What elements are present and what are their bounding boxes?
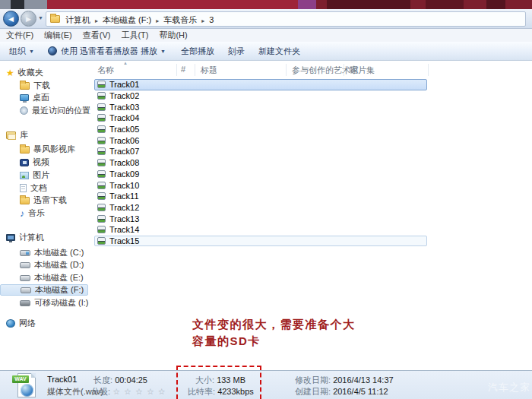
- sidebar-item-drive-c[interactable]: 本地磁盘 (C:): [20, 247, 84, 258]
- breadcrumb-items: 计算机▸本地磁盘 (F:)▸车载音乐▸3: [64, 12, 215, 26]
- sidebar-item-thunder-downloads[interactable]: 迅雷下载: [20, 195, 67, 206]
- file-row[interactable]: Track11: [94, 191, 427, 202]
- column-artists[interactable]: 参与创作的艺术家: [292, 65, 359, 76]
- column-separator[interactable]: [176, 64, 177, 76]
- desktop-icon: [20, 94, 29, 101]
- media-player-icon: [48, 46, 57, 55]
- sidebar-item-drive-i-removable[interactable]: 可移动磁盘 (I:): [20, 297, 89, 309]
- new-folder-label: 新建文件夹: [258, 46, 300, 57]
- menu-help[interactable]: 帮助(H): [159, 30, 187, 41]
- column-separator[interactable]: [344, 64, 344, 76]
- file-row[interactable]: Track10: [94, 179, 427, 191]
- file-name: Track10: [109, 181, 139, 190]
- burn-button[interactable]: 刻录: [228, 46, 245, 57]
- star-icon: ★: [6, 68, 14, 78]
- file-row[interactable]: Track08: [94, 157, 427, 169]
- column-separator[interactable]: [286, 64, 287, 76]
- file-row[interactable]: Track07: [94, 146, 427, 157]
- file-row[interactable]: Track05: [94, 124, 427, 135]
- file-row[interactable]: Track04: [94, 112, 427, 124]
- banner-segment: [327, 0, 410, 9]
- file-row[interactable]: Track09: [94, 169, 427, 180]
- sidebar-item-downloads[interactable]: 下载: [20, 80, 50, 91]
- column-name[interactable]: 名称: [97, 65, 114, 76]
- file-row[interactable]: Track02: [94, 90, 427, 102]
- forward-button[interactable]: ▶: [21, 11, 36, 27]
- file-row[interactable]: Track15: [94, 236, 427, 247]
- file-name: Track04: [109, 113, 139, 122]
- modified-label: 修改日期:: [295, 375, 331, 385]
- documents-icon: [20, 184, 27, 192]
- play-with-player-button[interactable]: 使用 迅雷看看播放器 播放 ▼: [48, 46, 166, 57]
- sidebar-label: 本地磁盘 (D:): [34, 259, 84, 271]
- sidebar-section-favorites[interactable]: ★ 收藏夹: [6, 67, 43, 78]
- sidebar-label: 收藏夹: [18, 67, 43, 78]
- breadcrumb-separator-icon: ▸: [201, 17, 204, 24]
- menu-edit[interactable]: 编辑(E): [44, 30, 72, 41]
- sidebar-item-drive-f[interactable]: 本地磁盘 (F:): [0, 284, 88, 296]
- sidebar-item-desktop[interactable]: 桌面: [20, 92, 49, 103]
- sidebar-section-network[interactable]: 网络: [6, 318, 36, 329]
- breadcrumb[interactable]: 计算机▸本地磁盘 (F:)▸车载音乐▸3: [46, 11, 526, 27]
- file-name: Track14: [109, 225, 139, 234]
- file-list: Track01 Track02 Track03 Track04 Track05 …: [94, 79, 429, 246]
- menu-tools[interactable]: 工具(T): [121, 30, 148, 41]
- sidebar-item-drive-d[interactable]: 本地磁盘 (D:): [20, 259, 84, 271]
- burn-label: 刻录: [228, 46, 245, 57]
- file-row[interactable]: Track14: [94, 224, 427, 236]
- file-name: Track08: [109, 158, 139, 167]
- drive-icon: [20, 275, 30, 281]
- sidebar-item-pictures[interactable]: 图片: [20, 169, 49, 181]
- length-label: 长度:: [93, 375, 112, 385]
- banner-segment: [426, 0, 464, 9]
- breadcrumb-item[interactable]: 3: [209, 15, 214, 24]
- menu-view[interactable]: 查看(V): [83, 30, 111, 41]
- column-title[interactable]: 标题: [201, 65, 217, 76]
- sidebar-item-drive-e[interactable]: 本地磁盘 (E:): [20, 272, 84, 283]
- forward-icon: ▶: [26, 15, 31, 23]
- recent-pages-dropdown-icon[interactable]: ▼: [38, 15, 43, 21]
- bitrate-field: 比特率: 4233kbps: [188, 386, 254, 397]
- file-row[interactable]: Track12: [94, 202, 427, 214]
- column-separator[interactable]: [195, 64, 195, 76]
- breadcrumb-item[interactable]: 车载音乐: [163, 15, 197, 24]
- annotation-line2: 容量的SD卡: [192, 333, 356, 350]
- file-row[interactable]: Track06: [94, 135, 427, 146]
- sidebar-section-libraries[interactable]: 库: [6, 129, 28, 141]
- back-button[interactable]: ◀: [3, 11, 19, 27]
- column-separator[interactable]: [428, 64, 429, 76]
- size-value: 133 MB: [217, 375, 245, 385]
- menu-file[interactable]: 文件(F): [6, 30, 33, 41]
- sidebar-label: 文档: [30, 182, 47, 194]
- organize-label: 组织: [9, 46, 26, 57]
- sidebar-label: 图片: [33, 169, 49, 181]
- sidebar-label: 下载: [33, 80, 50, 91]
- drive-icon: [20, 250, 30, 256]
- rating-stars[interactable]: ☆ ☆ ☆ ☆ ☆: [112, 387, 166, 396]
- sidebar-item-recent-places[interactable]: 最近访问的位置: [20, 105, 90, 116]
- breadcrumb-separator-icon: ▸: [95, 17, 98, 24]
- bitrate-label: 比特率:: [188, 387, 215, 396]
- sidebar-item-videos[interactable]: 视频: [20, 157, 49, 168]
- modified-value: 2016/4/13 14:37: [333, 375, 394, 385]
- file-row[interactable]: Track13: [94, 213, 427, 224]
- new-folder-button[interactable]: 新建文件夹: [258, 46, 300, 57]
- file-row[interactable]: Track01: [94, 79, 427, 90]
- organize-button[interactable]: 组织 ▼: [9, 46, 34, 57]
- sidebar-section-computer[interactable]: 计算机: [6, 232, 44, 243]
- globe-icon: [21, 384, 33, 397]
- breadcrumb-item[interactable]: 计算机: [65, 15, 90, 24]
- address-bar: ◀ ▶ ▼ 计算机▸本地磁盘 (F:)▸车载音乐▸3: [0, 9, 532, 29]
- play-all-label: 全部播放: [181, 46, 214, 57]
- breadcrumb-item[interactable]: 本地磁盘 (F:): [103, 15, 151, 24]
- audio-file-icon: [97, 147, 106, 155]
- sidebar-label: 迅雷下载: [33, 195, 67, 206]
- column-album[interactable]: 唱片集: [350, 65, 375, 76]
- sidebar-item-baofeng-library[interactable]: 暴风影视库: [20, 144, 75, 155]
- sidebar-item-music[interactable]: ♪ 音乐: [20, 207, 45, 219]
- sidebar-item-documents[interactable]: 文档: [20, 182, 47, 194]
- play-all-button[interactable]: 全部播放: [181, 46, 214, 57]
- file-row[interactable]: Track03: [94, 101, 427, 112]
- column-number[interactable]: #: [181, 65, 185, 74]
- back-icon: ◀: [8, 15, 14, 23]
